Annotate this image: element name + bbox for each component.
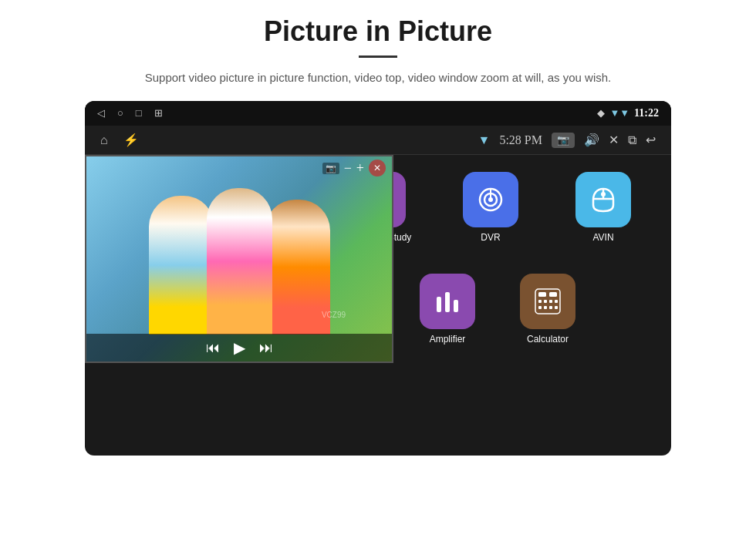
- app-item-dvr[interactable]: DVR: [440, 164, 541, 251]
- app-item-avin[interactable]: AVIN: [553, 164, 653, 251]
- svg-point-6: [601, 192, 606, 197]
- app-item-amplifier[interactable]: Amplifier: [397, 266, 498, 352]
- nav-pip-icon[interactable]: ⧉: [628, 133, 636, 147]
- status-bar-right: ◆ ▼▼ 11:22: [597, 107, 659, 119]
- svg-rect-7: [437, 297, 441, 312]
- status-bar-left: ◁ ○ □ ⊞: [97, 107, 163, 119]
- nav-volume-icon[interactable]: 🔊: [584, 133, 599, 147]
- svg-rect-16: [555, 300, 558, 303]
- calculator-label: Calculator: [527, 334, 569, 345]
- page-title: Picture in Picture: [264, 15, 492, 48]
- amplifier-label: Amplifier: [430, 334, 466, 345]
- avin-icon: [575, 172, 631, 227]
- app-item-calculator[interactable]: Calculator: [498, 266, 598, 352]
- amplifier-icon: [420, 274, 475, 329]
- nav-left: ⌂ ⚡: [100, 133, 139, 147]
- pip-next-btn[interactable]: ⏭: [259, 340, 273, 356]
- pip-play-btn[interactable]: ▶: [234, 338, 245, 357]
- svg-rect-17: [538, 306, 542, 309]
- svg-rect-9: [454, 300, 458, 312]
- page-subtitle: Support video picture in picture functio…: [145, 69, 611, 87]
- video-background: VCZ99: [86, 156, 392, 361]
- back-icon[interactable]: ◁: [97, 107, 105, 119]
- svg-rect-11: [538, 292, 546, 297]
- bookmark-icon[interactable]: ⊞: [154, 107, 163, 119]
- watermark: VCZ99: [322, 311, 346, 319]
- svg-rect-15: [549, 300, 552, 303]
- svg-rect-12: [549, 292, 557, 297]
- nav-bar: ⌂ ⚡ ▼ 5:28 PM 📷 🔊 ✕ ⧉ ↩: [85, 126, 671, 155]
- home-icon[interactable]: ○: [117, 107, 123, 119]
- recents-icon[interactable]: □: [136, 107, 142, 119]
- pip-plus-btn[interactable]: +: [356, 160, 364, 177]
- svg-rect-20: [555, 306, 558, 309]
- camera-button[interactable]: 📷: [552, 133, 575, 148]
- pip-icon: 📷: [322, 163, 339, 174]
- svg-rect-8: [445, 292, 450, 312]
- pip-close-btn[interactable]: ✕: [369, 160, 386, 177]
- dvr-label: DVR: [481, 232, 500, 243]
- nav-usb-icon[interactable]: ⚡: [123, 133, 139, 147]
- nav-close-icon[interactable]: ✕: [609, 133, 619, 147]
- wifi-icon-status: ▼▼: [609, 107, 629, 119]
- nav-right: ▼ 5:28 PM 📷 🔊 ✕ ⧉ ↩: [478, 133, 656, 148]
- svg-rect-18: [544, 306, 547, 309]
- calculator-icon: [520, 274, 575, 329]
- pip-bottom-controls: ⏮ ▶ ⏭: [86, 334, 392, 361]
- dvr-icon: [463, 172, 518, 227]
- page-container: Picture in Picture Support video picture…: [0, 0, 756, 538]
- pip-video-overlay[interactable]: VCZ99 📷 − + ✕ ⏮ ▶ ⏭: [85, 155, 393, 363]
- pip-top-controls: 📷 − + ✕: [316, 156, 392, 180]
- nav-home-icon[interactable]: ⌂: [100, 133, 108, 147]
- svg-rect-14: [544, 300, 547, 303]
- svg-rect-19: [549, 306, 552, 309]
- location-icon: ◆: [597, 107, 605, 119]
- pip-minus-btn[interactable]: −: [344, 160, 352, 177]
- nav-back-icon[interactable]: ↩: [646, 133, 656, 147]
- nav-wifi-icon: ▼: [478, 133, 491, 147]
- avin-label: AVIN: [592, 232, 613, 243]
- svg-rect-13: [538, 300, 542, 303]
- status-bar: ◁ ○ □ ⊞ ◆ ▼▼ 11:22: [85, 101, 671, 126]
- device-frame: ◁ ○ □ ⊞ ◆ ▼▼ 11:22 ⌂ ⚡ ▼ 5:28 PM 📷 🔊: [85, 101, 671, 456]
- nav-time: 5:28 PM: [499, 133, 542, 147]
- pip-prev-btn[interactable]: ⏮: [206, 340, 220, 356]
- status-time: 11:22: [634, 107, 659, 119]
- title-divider: [359, 55, 397, 58]
